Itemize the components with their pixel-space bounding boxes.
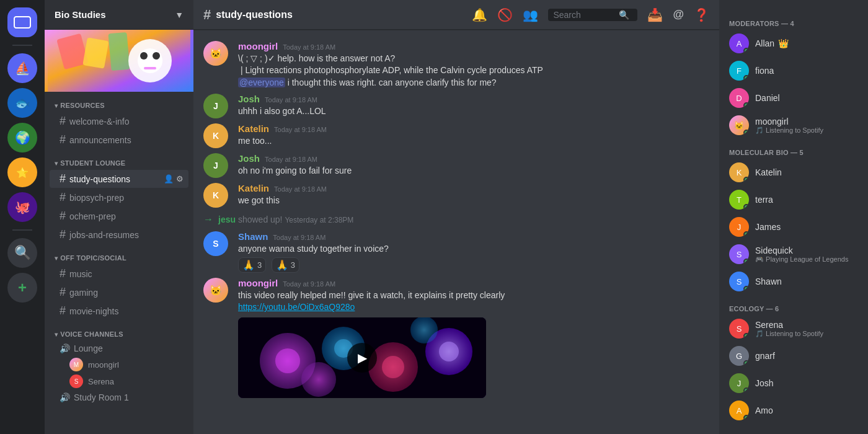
member-info-daniel: Daniel [755,93,858,103]
category-off-topic[interactable]: ▾ OFF TOPIC/SOCIAL [45,244,193,264]
avatar-shawn[interactable]: S [203,231,228,256]
category-label: OFF TOPIC/SOCIAL [60,254,126,262]
search-bar[interactable]: 🔍 [548,9,637,21]
member-name: Serena [88,377,114,386]
message-group-8: 🐱 moongirl Today at 9:18 AM this video r… [193,277,719,399]
server-icon-ship[interactable]: ⛵ [7,53,37,83]
members-icon[interactable]: 👥 [523,7,538,22]
messages-container[interactable]: 🐱 moongirl Today at 9:18 AM \( ; ▽ ; )✓ … [193,30,719,434]
avatar-katelin[interactable]: K [203,123,228,148]
speaker-icon: 🔊 [60,392,70,402]
mention-everyone[interactable]: @everyone [238,78,285,87]
channel-biopsych-prep[interactable]: # biopsych-prep [50,188,188,206]
at-icon[interactable]: @ [673,8,684,21]
member-allan[interactable]: A Allan 👑 [724,30,863,57]
channel-study-questions[interactable]: # study-questions 👤 ⚙ [50,170,188,188]
message-time-3: Today at 9:18 AM [274,126,327,133]
search-input[interactable] [553,10,615,20]
message-time-7: Today at 9:18 AM [273,234,326,241]
category-resources[interactable]: ▾ RESOURCES [45,92,193,112]
server-divider [12,45,32,46]
member-daniel[interactable]: D Daniel [724,84,863,112]
channel-list: ▾ RESOURCES # welcome-&-info # announcem… [45,92,193,434]
channel-ochem-prep[interactable]: # ochem-prep [50,207,188,225]
member-gnarf[interactable]: G gnarf [724,342,863,370]
avatar-josh[interactable]: J [203,94,228,118]
video-embed[interactable]: ▶ [238,317,486,398]
reactions-container: 🙏 3 🙏 3 [238,255,709,273]
home-server-icon[interactable] [7,7,37,37]
member-name-gnarf: gnarf [755,351,858,361]
category-voice[interactable]: ▾ VOICE CHANNELS [45,321,193,340]
member-serena[interactable]: S Serena 🎵 Listening to Spotify [724,315,863,342]
member-name-terra: terra [755,195,858,205]
avatar-katelin-member: K [729,162,749,182]
avatar-josh-2[interactable]: J [203,153,228,178]
chevron-icon: ▾ [55,160,58,167]
reaction-2[interactable]: 🙏 3 [272,257,299,273]
chevron-icon: ▾ [55,255,58,262]
message-group-1: 🐱 moongirl Today at 9:18 AM \( ; ▽ ; )✓ … [193,40,719,90]
channel-music[interactable]: # music [50,265,188,283]
message-author-moongirl[interactable]: moongirl [238,41,278,51]
message-group-3: K Katelin Today at 9:18 AM me too... [193,122,719,149]
member-josh[interactable]: J Josh [724,370,863,397]
member-moongirl[interactable]: 🐱 moongirl 🎵 Listening to Spotify [724,112,863,139]
avatar-moongirl[interactable]: 🐱 [203,41,228,66]
video-link[interactable]: https://youtu.be/OiDx6aQ928o [238,302,355,312]
message-author-shawn[interactable]: Shawn [238,231,268,242]
server-icon-fish[interactable]: 🐟 [7,88,37,118]
member-name-moongirl: moongirl [755,117,858,126]
member-james[interactable]: J James [724,213,863,241]
chevron-down-icon: ▼ [175,10,184,20]
member-status-moongirl: 🎵 Listening to Spotify [755,126,858,135]
message-author-katelin-2[interactable]: Katelin [238,183,269,193]
reaction-1[interactable]: 🙏 3 [238,257,266,273]
member-name: moongirl [88,360,119,370]
member-fiona[interactable]: F fiona [724,57,863,84]
server-icon-planet[interactable]: 🌍 [7,123,37,153]
add-member-icon[interactable]: 👤 [164,174,174,184]
status-dot-online [743,286,749,291]
status-dot-online [743,102,749,108]
avatar-moongirl-2[interactable]: 🐱 [203,278,228,303]
message-author-moongirl-2[interactable]: moongirl [238,278,278,288]
channel-jobs-resumes[interactable]: # jobs-and-resumes [50,226,188,244]
bell-icon[interactable]: 🔔 [472,7,487,22]
channel-announcements[interactable]: # announcements [50,131,188,149]
channel-welcome-info[interactable]: # welcome-&-info [50,112,188,130]
member-shawn[interactable]: S Shawn [724,268,863,295]
server-icon-yellow[interactable]: ⭐ [7,157,37,187]
explore-icon[interactable]: 🔍 [7,238,37,268]
voice-member-serena[interactable]: S Serena [50,373,188,389]
avatar-sidequick: S [729,244,749,264]
video-play-button[interactable]: ▶ [347,343,377,373]
hash-icon: # [60,210,66,223]
voice-member-moongirl[interactable]: M moongirl [50,356,188,373]
inbox-icon[interactable]: 📥 [647,7,663,22]
member-sidequick[interactable]: S Sidequick 🎮 Playing League of Legends [724,241,863,268]
video-thumbnail: ▶ [238,317,486,398]
member-katelin[interactable]: K Katelin [724,159,863,186]
server-icon-creature[interactable]: 🐙 [7,192,37,222]
channel-gaming[interactable]: # gaming [50,283,188,301]
channel-study-room-1[interactable]: 🔊 Study Room 1 [50,390,188,405]
dnd-icon[interactable]: 🚫 [497,7,513,22]
member-info-shawn: Shawn [755,277,858,286]
member-amo[interactable]: A Amo [724,397,863,424]
help-icon[interactable]: ❓ [694,7,709,22]
message-author-josh[interactable]: Josh [238,94,260,104]
avatar: M [69,358,83,371]
sidebar-header[interactable]: Bio Studies ▼ [45,0,193,30]
member-name-katelin: Katelin [755,167,858,177]
message-author-josh-2[interactable]: Josh [238,153,260,164]
channel-movie-nights[interactable]: # movie-nights [50,302,188,320]
chevron-icon: ▾ [55,331,58,338]
member-terra[interactable]: T terra [724,186,863,213]
channel-lounge[interactable]: 🔊 Lounge [50,341,188,356]
message-author-katelin[interactable]: Katelin [238,123,269,134]
category-student-lounge[interactable]: ▾ STUDENT LOUNGE [45,149,193,169]
settings-icon[interactable]: ⚙ [176,174,184,184]
add-server-icon[interactable]: + [7,273,37,303]
avatar-katelin-2[interactable]: K [203,183,228,208]
